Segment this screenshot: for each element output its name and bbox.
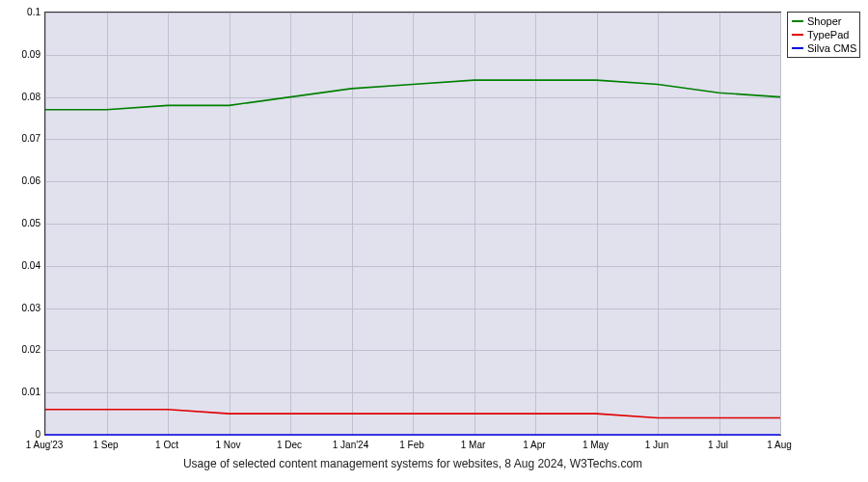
x-tick-label: 1 May bbox=[583, 440, 609, 450]
x-tick-label: 1 Aug'23 bbox=[26, 440, 64, 450]
y-tick-label: 0.05 bbox=[6, 218, 41, 228]
x-tick-label: 1 Feb bbox=[399, 440, 424, 450]
legend-item: Shoper bbox=[792, 14, 855, 28]
legend-item: Silva CMS bbox=[792, 41, 855, 55]
y-tick-label: 0.07 bbox=[6, 133, 41, 144]
legend-swatch bbox=[792, 34, 803, 36]
x-tick-label: 1 Oct bbox=[155, 440, 178, 450]
legend-label: Shoper bbox=[807, 14, 841, 28]
chart-container: ShoperTypePadSilva CMS Usage of selected… bbox=[6, 6, 862, 476]
x-tick-label: 1 Jun bbox=[645, 440, 668, 450]
gridline-v bbox=[780, 13, 781, 435]
y-tick-label: 0.06 bbox=[6, 175, 41, 186]
legend-label: TypePad bbox=[807, 28, 849, 41]
y-tick-label: 0.1 bbox=[6, 7, 41, 17]
legend-swatch bbox=[792, 20, 803, 22]
legend: ShoperTypePadSilva CMS bbox=[787, 12, 860, 58]
series-line bbox=[45, 80, 780, 110]
x-tick-label: 1 Apr bbox=[523, 440, 545, 450]
legend-item: TypePad bbox=[792, 28, 855, 41]
x-tick-label: 1 Jan'24 bbox=[333, 440, 369, 450]
chart-caption: Usage of selected content management sys… bbox=[44, 457, 781, 470]
y-tick-label: 0.02 bbox=[6, 344, 41, 355]
x-tick-label: 1 Jul bbox=[708, 440, 728, 450]
y-tick-label: 0.08 bbox=[6, 91, 41, 101]
series-layer bbox=[45, 13, 780, 435]
series-line bbox=[45, 410, 780, 418]
x-tick-label: 1 Aug bbox=[767, 440, 792, 450]
y-tick-label: 0.09 bbox=[6, 48, 41, 59]
y-tick-label: 0.03 bbox=[6, 302, 41, 312]
y-tick-label: 0.01 bbox=[6, 387, 41, 397]
plot-area bbox=[44, 12, 781, 436]
y-tick-label: 0 bbox=[6, 429, 41, 440]
x-tick-label: 1 Nov bbox=[215, 440, 240, 450]
legend-swatch bbox=[792, 47, 803, 49]
x-tick-label: 1 Dec bbox=[277, 440, 302, 450]
y-tick-label: 0.04 bbox=[6, 259, 41, 270]
x-tick-label: 1 Mar bbox=[461, 440, 486, 450]
legend-label: Silva CMS bbox=[807, 41, 856, 55]
x-tick-label: 1 Sep bbox=[93, 440, 118, 450]
